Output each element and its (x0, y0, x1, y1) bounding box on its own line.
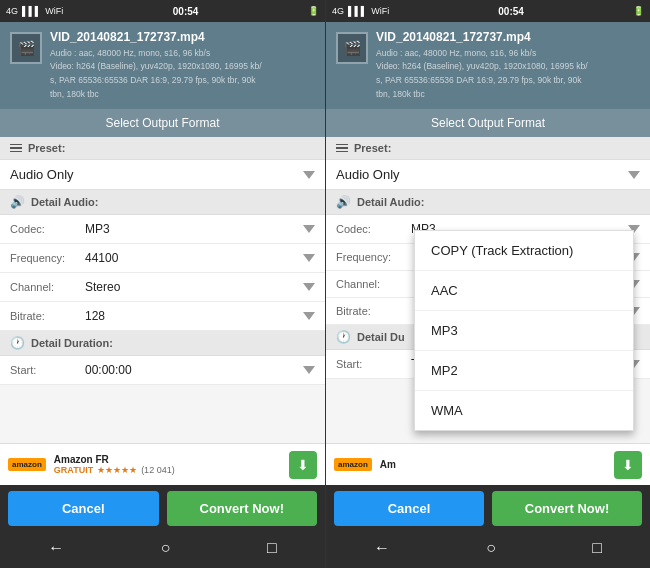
right-status-bar: 4G ▌▌▌ WiFi 00:54 🔋 (326, 0, 650, 22)
right-dropdown-item-wma[interactable]: WMA (415, 391, 633, 430)
left-channel-value: Stereo (85, 280, 303, 294)
left-bitrate-row[interactable]: Bitrate: 128 (0, 302, 325, 331)
left-wifi-icon: WiFi (45, 6, 63, 16)
left-cancel-button[interactable]: Cancel (8, 491, 159, 526)
right-codec-label: Codec: (336, 223, 411, 235)
right-audio-section-title: Detail Audio: (357, 196, 424, 208)
left-frequency-arrow-icon (303, 254, 315, 262)
right-preset-line-3 (336, 151, 348, 153)
right-audio-section-header: 🔊 Detail Audio: (326, 190, 650, 215)
left-file-header: 🎬 VID_20140821_172737.mp4 Audio : aac, 4… (0, 22, 325, 109)
left-ad-stars: ★★★★★ (97, 465, 137, 475)
right-ad-banner[interactable]: amazon Am ⬇ (326, 443, 650, 485)
right-file-icon: 🎬 (336, 32, 368, 64)
left-ad-rating: (12 041) (141, 465, 175, 475)
right-file-header: 🎬 VID_20140821_172737.mp4 Audio : aac, 4… (326, 22, 650, 109)
left-ad-subtitle: GRATUIT (54, 465, 93, 475)
left-start-row[interactable]: Start: 00:00:00 (0, 356, 325, 385)
right-clock-icon: 🕐 (336, 330, 351, 344)
right-ad-title: Am (380, 459, 606, 470)
right-preset-lines-icon (336, 144, 348, 153)
right-dropdown-item-mp2[interactable]: MP2 (415, 351, 633, 391)
left-file-name: VID_20140821_172737.mp4 (50, 30, 315, 46)
right-phone-panel: 4G ▌▌▌ WiFi 00:54 🔋 🎬 VID_20140821_17273… (325, 0, 650, 568)
right-dropdown-item-mp3[interactable]: MP3 (415, 311, 633, 351)
left-bitrate-value: 128 (85, 309, 303, 323)
left-ad-banner[interactable]: amazon Amazon FR GRATUIT ★★★★★ (12 041) … (0, 443, 325, 485)
left-channel-label: Channel: (10, 281, 85, 293)
left-duration-section-header: 🕐 Detail Duration: (0, 331, 325, 356)
left-recents-nav-icon[interactable]: □ (267, 539, 277, 557)
left-home-nav-icon[interactable]: ○ (161, 539, 171, 557)
left-status-left: 4G ▌▌▌ WiFi (6, 6, 63, 16)
right-amazon-logo-icon: amazon (334, 458, 372, 471)
right-status-right: 🔋 (633, 6, 644, 16)
left-audio-section-header: 🔊 Detail Audio: (0, 190, 325, 215)
left-start-label: Start: (10, 364, 85, 376)
right-codec-dropdown[interactable]: COPY (Track Extraction) AAC MP3 MP2 WMA (414, 230, 634, 431)
right-bitrate-label: Bitrate: (336, 305, 411, 317)
right-file-meta1: Audio : aac, 48000 Hz, mono, s16, 96 kb/… (376, 48, 640, 60)
left-bitrate-arrow-icon (303, 312, 315, 320)
right-nav-bar: ← ○ □ (326, 532, 650, 568)
left-preset-value: Audio Only (10, 167, 74, 182)
left-back-nav-icon[interactable]: ← (48, 539, 64, 557)
right-speaker-icon: 🔊 (336, 195, 351, 209)
left-bitrate-value-area: 128 (85, 309, 315, 323)
left-codec-value: MP3 (85, 222, 303, 236)
left-codec-row[interactable]: Codec: MP3 (0, 215, 325, 244)
right-duration-section-title: Detail Du (357, 331, 405, 343)
left-frequency-value: 44100 (85, 251, 303, 265)
right-file-meta3: s, PAR 65536:65536 DAR 16:9, 29.79 fps, … (376, 75, 640, 87)
right-frequency-label: Frequency: (336, 251, 411, 263)
left-phone-panel: 4G ▌▌▌ WiFi 00:54 🔋 🎬 VID_20140821_17273… (0, 0, 325, 568)
right-preset-row: Preset: (326, 137, 650, 160)
left-preset-line-1 (10, 144, 22, 146)
left-dropdown-arrow-icon (303, 171, 315, 179)
right-cancel-button[interactable]: Cancel (334, 491, 484, 526)
right-4g-icon: 4G (332, 6, 344, 16)
left-content-area: Preset: Audio Only 🔊 Detail Audio: Codec… (0, 137, 325, 443)
right-dropdown-item-aac[interactable]: AAC (415, 271, 633, 311)
right-recents-nav-icon[interactable]: □ (592, 539, 602, 557)
left-file-meta4: tbn, 180k tbc (50, 89, 315, 101)
left-convert-button[interactable]: Convert Now! (167, 491, 318, 526)
right-convert-button[interactable]: Convert Now! (492, 491, 642, 526)
right-ad-download-icon[interactable]: ⬇ (614, 451, 642, 479)
right-file-meta4: tbn, 180k tbc (376, 89, 640, 101)
right-select-format-button[interactable]: Select Output Format (326, 109, 650, 137)
left-ad-text: Amazon FR GRATUIT ★★★★★ (12 041) (54, 454, 281, 475)
left-amazon-logo-icon: amazon (8, 458, 46, 471)
left-codec-arrow-icon (303, 225, 315, 233)
right-file-name: VID_20140821_172737.mp4 (376, 30, 640, 46)
left-codec-value-area: MP3 (85, 222, 315, 236)
left-codec-label: Codec: (10, 223, 85, 235)
right-dropdown-item-copy[interactable]: COPY (Track Extraction) (415, 231, 633, 271)
left-audio-section-title: Detail Audio: (31, 196, 98, 208)
left-select-format-button[interactable]: Select Output Format (0, 109, 325, 137)
right-back-nav-icon[interactable]: ← (374, 539, 390, 557)
right-home-nav-icon[interactable]: ○ (486, 539, 496, 557)
left-speaker-icon: 🔊 (10, 195, 25, 209)
right-preset-value-row[interactable]: Audio Only (326, 160, 650, 190)
left-preset-lines-icon (10, 144, 22, 153)
left-preset-line-3 (10, 151, 22, 153)
left-start-arrow-icon (303, 366, 315, 374)
left-frequency-row[interactable]: Frequency: 44100 (0, 244, 325, 273)
left-preset-value-row[interactable]: Audio Only (0, 160, 325, 190)
left-start-value: 00:00:00 (85, 363, 303, 377)
left-bitrate-label: Bitrate: (10, 310, 85, 322)
left-frequency-label: Frequency: (10, 252, 85, 264)
left-ad-download-icon[interactable]: ⬇ (289, 451, 317, 479)
left-preset-label: Preset: (28, 142, 65, 154)
right-start-label: Start: (336, 358, 411, 370)
right-channel-label: Channel: (336, 278, 411, 290)
left-nav-bar: ← ○ □ (0, 532, 325, 568)
left-file-meta2: Video: h264 (Baseline), yuv420p, 1920x10… (50, 61, 315, 73)
left-4g-icon: 4G (6, 6, 18, 16)
left-signal-icon: ▌▌▌ (22, 6, 41, 16)
left-file-info: VID_20140821_172737.mp4 Audio : aac, 480… (50, 30, 315, 101)
left-channel-row[interactable]: Channel: Stereo (0, 273, 325, 302)
left-battery-icon: 🔋 (308, 6, 319, 16)
left-bottom-buttons: Cancel Convert Now! (0, 485, 325, 532)
